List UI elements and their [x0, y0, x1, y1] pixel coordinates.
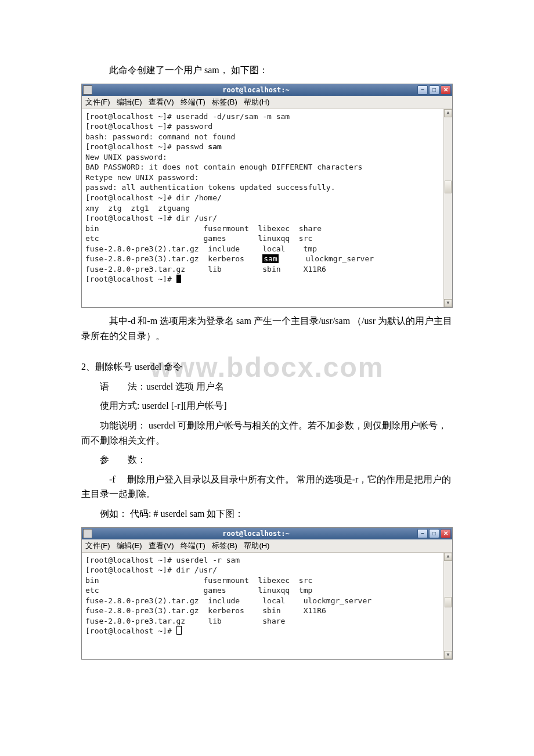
term1-mid: New UNIX password: BAD PASSWORD: it does…: [85, 153, 362, 263]
example-label: 例如：: [100, 509, 128, 519]
usage-val: userdel [-r][用户帐号]: [142, 401, 226, 411]
term1-highlight-sam: sam: [262, 254, 278, 263]
menu-view[interactable]: 查看(V): [149, 98, 174, 106]
window-title-2: root@localhost:~: [95, 530, 417, 538]
scrollbar-2[interactable]: ▲ ▼: [443, 553, 452, 659]
syntax-val: userdel 选项 用户名: [146, 381, 224, 391]
intro-text-1: 此命令创建了一个用户 sam， 如下图：: [81, 63, 453, 78]
scroll-track[interactable]: [444, 561, 452, 651]
terminal-body-2[interactable]: [root@localhost ~]# userdel -r sam [root…: [82, 553, 452, 659]
para-d-m-explain: 其中-d 和-m 选项用来为登录名 sam 产生一个主目录/usr/sam （/…: [81, 314, 453, 343]
param-f-line: -f 删除用户登入目录以及目录中所有文件。 常用的选项是-r，它的作用是把用户的…: [81, 472, 453, 502]
func-line: 功能说明： userdel 可删除用户帐号与相关的文件。若不加参数，则仅删除用户…: [81, 418, 453, 448]
menu-terminal[interactable]: 终端(T): [181, 541, 205, 550]
heading-userdel: 2、删除帐号 userdel 命令: [81, 359, 453, 375]
menubar-2: 文件(F) 编辑(E) 查看(V) 终端(T) 标签(B) 帮助(H): [82, 539, 452, 553]
scroll-thumb[interactable]: [445, 181, 452, 193]
scroll-down-button[interactable]: ▼: [444, 299, 452, 307]
usage-line: 使用方式: userdel [-r][用户帐号]: [81, 398, 453, 413]
menu-view[interactable]: 查看(V): [149, 541, 174, 550]
syntax-line: 语 法：userdel 选项 用户名: [81, 379, 453, 394]
syntax-label: 语 法：: [100, 381, 146, 391]
usage-label: 使用方式:: [100, 401, 142, 411]
scroll-up-button[interactable]: ▲: [444, 553, 452, 561]
para2-text: 其中-d 和-m 选项用来为登录名 sam 产生一个主目录/usr/sam （/…: [81, 316, 452, 341]
close-button[interactable]: ✕: [441, 85, 451, 95]
close-button[interactable]: ✕: [441, 529, 451, 538]
maximize-button[interactable]: □: [429, 85, 439, 95]
menu-tabs[interactable]: 标签(B): [212, 98, 237, 106]
maximize-button[interactable]: □: [429, 529, 439, 538]
term1-passwd-arg: sam: [208, 142, 221, 151]
example-val: 代码: # userdel sam 如下图：: [128, 509, 244, 519]
terminal-window-1: root@localhost:~ – □ ✕ 文件(F) 编辑(E) 查看(V)…: [81, 84, 453, 308]
menubar-1: 文件(F) 编辑(E) 查看(V) 终端(T) 标签(B) 帮助(H): [82, 96, 452, 109]
window-title: root@localhost:~: [95, 86, 417, 94]
cursor-icon: [176, 275, 181, 283]
menu-edit[interactable]: 编辑(E): [117, 98, 142, 106]
titlebar-1[interactable]: root@localhost:~ – □ ✕: [82, 84, 452, 96]
menu-file[interactable]: 文件(F): [85, 98, 110, 106]
cursor-icon: [176, 626, 182, 635]
minimize-button[interactable]: –: [417, 529, 428, 538]
scroll-thumb[interactable]: [445, 597, 452, 607]
menu-terminal[interactable]: 终端(T): [181, 98, 205, 106]
func-label: 功能说明：: [100, 420, 146, 430]
scrollbar-1[interactable]: ▲ ▼: [443, 109, 452, 307]
window-icon: [83, 85, 92, 95]
scroll-track[interactable]: [444, 117, 452, 299]
param-label-line: 参 数：: [81, 452, 453, 467]
scroll-down-button[interactable]: ▼: [444, 651, 452, 659]
terminal-window-2: root@localhost:~ – □ ✕ 文件(F) 编辑(E) 查看(V)…: [81, 527, 453, 660]
scroll-up-button[interactable]: ▲: [444, 109, 452, 117]
menu-help[interactable]: 帮助(H): [244, 98, 269, 106]
term2-content: [root@localhost ~]# userdel -r sam [root…: [85, 556, 371, 636]
window-icon: [83, 529, 92, 538]
menu-tabs[interactable]: 标签(B): [212, 541, 237, 550]
titlebar-2[interactable]: root@localhost:~ – □ ✕: [82, 528, 452, 539]
term1-pre: [root@localhost ~]# useradd -d/usr/sam -…: [85, 112, 290, 152]
menu-help[interactable]: 帮助(H): [244, 541, 269, 550]
example-line: 例如： 代码: # userdel sam 如下图：: [81, 506, 453, 521]
minimize-button[interactable]: –: [417, 85, 428, 95]
menu-file[interactable]: 文件(F): [85, 541, 110, 550]
terminal-body-1[interactable]: [root@localhost ~]# useradd -d/usr/sam -…: [82, 109, 452, 307]
menu-edit[interactable]: 编辑(E): [117, 541, 142, 550]
